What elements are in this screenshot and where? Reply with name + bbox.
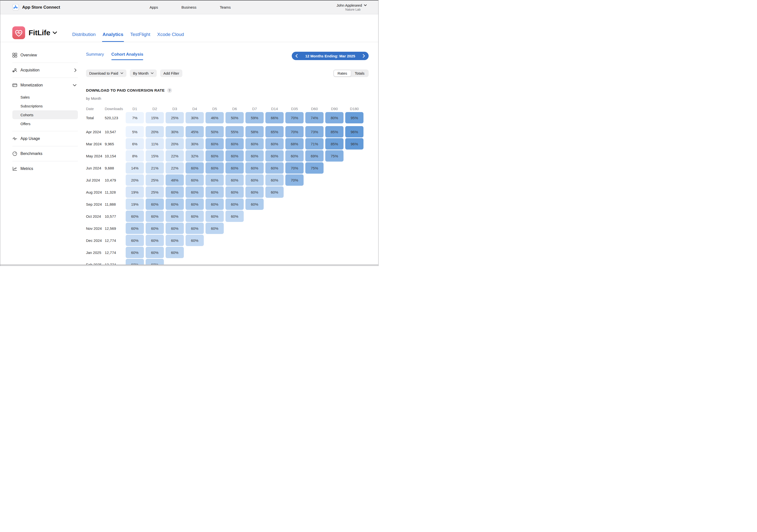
sidebar-item-subscriptions[interactable]: Subscriptions [12, 102, 78, 110]
column-header-d3: D3 [166, 107, 184, 111]
column-header-d1: D1 [126, 107, 144, 111]
heat-cell: 60% [245, 174, 264, 186]
sidebar-item-app-usage[interactable]: App Usage [12, 134, 78, 143]
cohort-date: Dec 2024 [86, 235, 105, 246]
heat-cell: 60% [126, 247, 144, 258]
sidebar-item-overview[interactable]: Overview [12, 51, 78, 60]
interval-dropdown-label: By Month [133, 71, 149, 75]
sidebar-item-sales[interactable]: Sales [12, 93, 78, 102]
heat-cell: 30% [186, 138, 204, 150]
cohort-downloads: 11,888 [105, 198, 126, 210]
heat-cell: 60% [186, 187, 204, 198]
heat-cell: 48% [166, 174, 184, 186]
tab-xcode-cloud[interactable]: Xcode Cloud [157, 32, 184, 42]
cohort-date: Oct 2024 [86, 211, 105, 222]
pager-next-button[interactable] [363, 54, 365, 58]
heat-cell: 60% [226, 174, 244, 186]
cohort-downloads: 12,774 [105, 235, 126, 246]
cohort-date: Nov 2024 [86, 222, 105, 234]
heat-cell: 60% [126, 222, 144, 234]
heat-cell: 74% [305, 112, 323, 123]
pager-previous-button[interactable] [295, 54, 298, 58]
heat-cell: 60% [126, 235, 144, 246]
cohort-date: Jan 2025 [86, 247, 105, 258]
cohort-downloads: 10,154 [105, 150, 126, 162]
heat-cell: 96% [345, 126, 363, 137]
gauge-icon [12, 151, 17, 156]
heat-cell: 60% [146, 247, 164, 258]
metric-dropdown[interactable]: Download to Paid [86, 70, 126, 77]
column-header-downloads: Downloads [105, 107, 126, 111]
sidebar-item-monetization[interactable]: Monetization [12, 81, 78, 90]
column-header-d60: D60 [305, 107, 323, 111]
heat-cell: 60% [205, 187, 224, 198]
column-header-d2: D2 [146, 107, 164, 111]
heat-cell: 60% [226, 187, 244, 198]
app-store-connect-link[interactable]: App Store Connect [12, 0, 60, 14]
help-icon[interactable]: ? [167, 88, 172, 93]
sidebar-item-cohorts[interactable]: Cohorts [12, 110, 78, 119]
heat-cell: 6% [126, 138, 144, 150]
overview-grid-icon [12, 53, 17, 58]
heat-cell: 60% [205, 222, 224, 234]
heat-cell: 25% [166, 112, 184, 123]
sidebar-item-metrics[interactable]: Metrics [12, 164, 78, 173]
tab-analytics[interactable]: Analytics [103, 32, 123, 42]
user-menu[interactable]: John Appleseed Nature Lab [337, 0, 367, 14]
heat-cell: 8% [126, 150, 144, 162]
heat-cell: 60% [265, 162, 284, 174]
cohort-row: Oct 202410,57760%60%60%60%60%60% [86, 211, 365, 222]
interval-dropdown[interactable]: By Month [130, 70, 157, 77]
tab-testflight[interactable]: TestFlight [130, 32, 150, 42]
cohort-row: Total520,1237%15%25%30%46%50%59%66%70%74… [86, 112, 365, 123]
heat-cell: 60% [226, 211, 244, 222]
sidebar-item-acquisition[interactable]: Acquisition [12, 66, 78, 74]
heat-cell: 68% [285, 138, 304, 150]
heat-cell: 70% [285, 162, 304, 174]
column-header-d14: D14 [265, 107, 284, 111]
add-filter-button[interactable]: Add Filter [160, 70, 182, 77]
heat-cell: 5% [126, 126, 144, 137]
chevron-right-icon [75, 69, 76, 72]
chevron-down-icon [364, 4, 367, 6]
sidebar-item-label: Overview [20, 53, 37, 57]
heat-cell: 15% [146, 112, 164, 123]
sidebar-item-offers[interactable]: Offers [12, 119, 78, 128]
heat-cell: 45% [186, 126, 204, 137]
heat-cell: 60% [245, 150, 264, 162]
date-range-pager[interactable]: 12 Months Ending: Mar 2025 [292, 52, 369, 60]
sidebar-item-benchmarks[interactable]: Benchmarks [12, 149, 78, 158]
heat-cell: 60% [226, 162, 244, 174]
column-header-d90: D90 [325, 107, 344, 111]
section-title: DOWNLOAD TO PAID CONVERSION RATE [86, 88, 165, 93]
metric-dropdown-label: Download to Paid [89, 71, 118, 75]
heat-cell: 14% [126, 162, 144, 174]
cohort-downloads: 9,965 [105, 138, 126, 150]
heat-cell: 19% [126, 198, 144, 210]
date-range-label: 12 Months Ending: Mar 2025 [305, 54, 355, 58]
heat-cell: 50% [205, 126, 224, 137]
cohort-row: Jan 202512,77460%60%60% [86, 247, 365, 258]
nav-teams[interactable]: Teams [220, 5, 231, 9]
cohort-downloads: 12,774 [105, 247, 126, 258]
heat-cell: 69% [305, 150, 323, 162]
nav-apps[interactable]: Apps [150, 5, 158, 9]
cohort-downloads: 9,688 [105, 162, 126, 174]
section-subtitle: by Month [86, 96, 101, 101]
heat-cell: 60% [166, 211, 184, 222]
cohort-row: Jun 20249,68814%21%22%60%60%60%60%60%70%… [86, 162, 365, 174]
heat-cell: 73% [305, 126, 323, 137]
heat-cell: 60% [126, 211, 144, 222]
tab-summary[interactable]: Summary [86, 52, 104, 57]
person-add-icon [12, 68, 17, 73]
tab-cohort-analysis[interactable]: Cohort Analysis [111, 52, 143, 57]
app-switcher[interactable]: FitLife [29, 29, 57, 37]
tab-distribution[interactable]: Distribution [72, 32, 96, 42]
heat-cell: 60% [265, 187, 284, 198]
app-header: FitLife Distribution Analytics TestFligh… [0, 14, 378, 42]
nav-business[interactable]: Business [181, 5, 197, 9]
sidebar-divider [12, 146, 78, 146]
toggle-option-rates[interactable]: Rates [334, 70, 351, 76]
toggle-option-totals[interactable]: Totals [351, 70, 368, 76]
heat-cell: 59% [245, 112, 264, 123]
